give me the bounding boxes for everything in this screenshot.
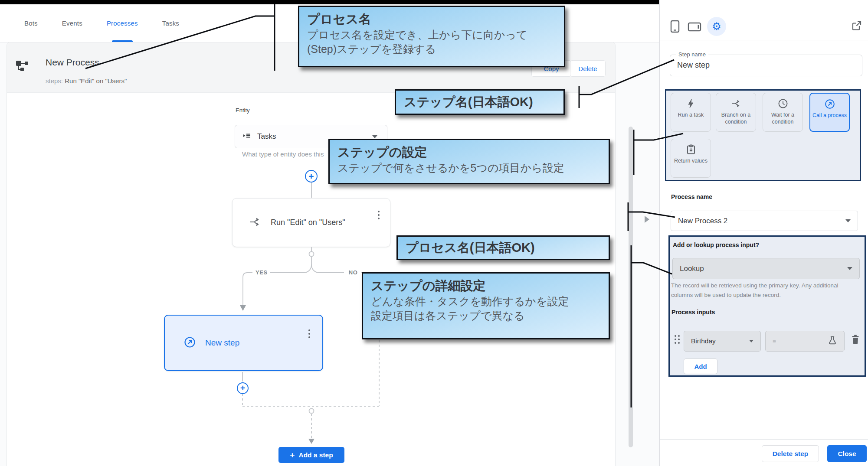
step-type-label: Run a task — [678, 112, 704, 119]
tab-tasks[interactable]: Tasks — [150, 4, 191, 42]
add-step-plus-button-top[interactable]: + — [305, 170, 318, 182]
add-a-step-button[interactable]: + Add a step — [278, 447, 344, 463]
entity-helper-text: What type of entity does this — [242, 150, 324, 158]
step-name-field-label: Step name — [676, 51, 708, 58]
close-button[interactable]: Close — [827, 445, 867, 462]
input-column-value: Birthday — [691, 337, 749, 345]
lookup-value: Lookup — [680, 264, 847, 273]
callout-step-settings: ステップの設定 ステップで何をさせるかを5つの項目から設定 — [328, 139, 610, 184]
step-name-field-value: New step — [677, 61, 710, 70]
process-name-label: Process name — [671, 193, 712, 200]
gear-icon: ⚙ — [712, 21, 721, 32]
lookup-helper-line2: columns will be used to update the recor… — [671, 292, 781, 298]
add-step-plus-button-bottom[interactable]: + — [237, 382, 249, 394]
lookup-question-label: Add or lookup process input? — [673, 241, 759, 248]
tablet-preview-icon[interactable] — [688, 22, 701, 33]
callout-line: どんな条件・タスクを動作するかを設定 — [371, 294, 601, 309]
chevron-down-icon — [845, 219, 851, 222]
steps-prefix: steps: — [46, 77, 63, 85]
tab-events-label: Events — [62, 20, 82, 27]
step-type-label: Return values — [674, 158, 708, 165]
delete-step-button[interactable]: Delete step — [762, 445, 819, 462]
steps-value: Run "Edit" on "Users" — [65, 77, 127, 85]
tab-bots[interactable]: Bots — [12, 4, 50, 42]
drag-handle-icon[interactable] — [675, 335, 680, 344]
process-name-dropdown[interactable]: New Process 2 — [671, 211, 858, 231]
return-values-icon — [686, 144, 696, 155]
footer-divider — [660, 439, 868, 440]
callout-line: プロセス名を設定でき、上から下に向かって — [307, 28, 556, 42]
flow-node-new-step[interactable]: New step — [164, 315, 323, 371]
step-type-label: Call a process — [812, 112, 847, 119]
branch-icon — [249, 216, 261, 230]
process-input-section: Add or lookup process input? Lookup The … — [668, 235, 866, 377]
callout-process-name: プロセス名 プロセス名を設定でき、上から下に向かって (Step)ステップを登録… — [298, 6, 565, 67]
step-type-label: Wait for a condition — [763, 112, 802, 125]
settings-tab-selected[interactable]: ⚙ — [707, 17, 726, 36]
call-process-icon — [184, 336, 196, 350]
callout-line: ステップで何をさせるかを5つの項目から設定 — [337, 161, 601, 176]
lookup-helper-line1: The record will be retrieved using the p… — [671, 282, 838, 289]
entity-label: Entity — [236, 107, 250, 114]
canvas-scrollbar[interactable] — [629, 127, 633, 447]
add-a-step-label: Add a step — [298, 451, 333, 459]
delete-button-label: Delete — [578, 65, 597, 72]
step-type-return-values[interactable]: Return values — [671, 139, 711, 178]
bolt-icon — [686, 98, 696, 109]
chevron-down-icon — [372, 135, 377, 138]
input-expression-value: = — [773, 338, 828, 345]
step-name-field[interactable]: Step name New step — [670, 55, 862, 76]
step-type-wait-for-a-condition[interactable]: Wait for a condition — [763, 93, 803, 132]
callout-process-name-jp: プロセス名(日本語OK) — [396, 235, 610, 260]
entity-list-icon — [242, 131, 251, 142]
step-type-call-a-process[interactable]: Call a process — [809, 93, 850, 132]
add-input-button[interactable]: Add — [684, 358, 717, 374]
callout-title: ステップの設定 — [337, 144, 601, 161]
tab-bots-label: Bots — [24, 20, 38, 27]
panel-expand-chevron-icon[interactable] — [645, 216, 649, 223]
callout-title: プロセス名(日本語OK) — [406, 240, 535, 256]
tab-processes-label: Processes — [107, 20, 138, 27]
node-menu-icon[interactable] — [378, 211, 380, 219]
step-type-run-a-task[interactable]: Run a task — [671, 93, 711, 132]
no-branch-label: NO — [346, 269, 360, 276]
app-window: Bots Events Processes Tasks New Process … — [0, 0, 868, 466]
input-expression-field[interactable]: = — [765, 331, 845, 352]
input-column-dropdown[interactable]: Birthday — [684, 331, 761, 352]
callout-line: (Step)ステップを登録する — [307, 42, 556, 57]
step-type-section: Run a task Branch on a condition Wait fo… — [665, 89, 861, 181]
call-process-icon — [825, 99, 835, 109]
open-in-new-icon[interactable] — [852, 20, 862, 33]
delete-input-row-icon[interactable] — [850, 334, 861, 347]
branch-icon — [730, 98, 742, 109]
callout-title: プロセス名 — [307, 11, 556, 28]
tab-tasks-label: Tasks — [162, 20, 179, 27]
delete-button[interactable]: Delete — [570, 60, 606, 77]
clock-icon — [778, 98, 788, 109]
flow-node-label: Run "Edit" on "Users" — [271, 218, 345, 227]
chevron-down-icon — [847, 267, 852, 270]
step-settings-panel: ⚙ Step name New step Run a task — [659, 0, 868, 466]
flow-node-label: New step — [205, 338, 239, 348]
mobile-preview-icon[interactable] — [670, 20, 680, 35]
process-inputs-label: Process inputs — [671, 309, 715, 316]
callout-title: ステップの詳細設定 — [371, 278, 601, 294]
process-name-value: New Process 2 — [678, 217, 845, 225]
panel-divider — [660, 40, 868, 40]
tab-events[interactable]: Events — [50, 4, 95, 42]
step-type-label: Branch on a condition — [716, 112, 756, 125]
add-input-label: Add — [694, 363, 707, 370]
flask-icon[interactable] — [828, 335, 837, 347]
step-type-branch-on-a-condition[interactable]: Branch on a condition — [716, 93, 756, 132]
process-steps-summary: steps: Run "Edit" on "Users" — [46, 77, 127, 85]
tab-processes[interactable]: Processes — [95, 4, 150, 42]
plus-icon: + — [290, 451, 295, 459]
lookup-dropdown[interactable]: Lookup — [672, 258, 860, 279]
callout-step-detail-settings: ステップの詳細設定 どんな条件・タスクを動作するかを設定 設定項目は各ステップで… — [362, 272, 610, 339]
process-icon — [16, 59, 29, 74]
callout-step-name: ステップ名(日本語OK) — [395, 89, 565, 115]
delete-step-label: Delete step — [773, 450, 809, 458]
node-menu-icon[interactable] — [308, 329, 310, 338]
flow-node-branch-step[interactable]: Run "Edit" on "Users" — [232, 198, 390, 247]
page-title: New Process — [46, 57, 99, 68]
